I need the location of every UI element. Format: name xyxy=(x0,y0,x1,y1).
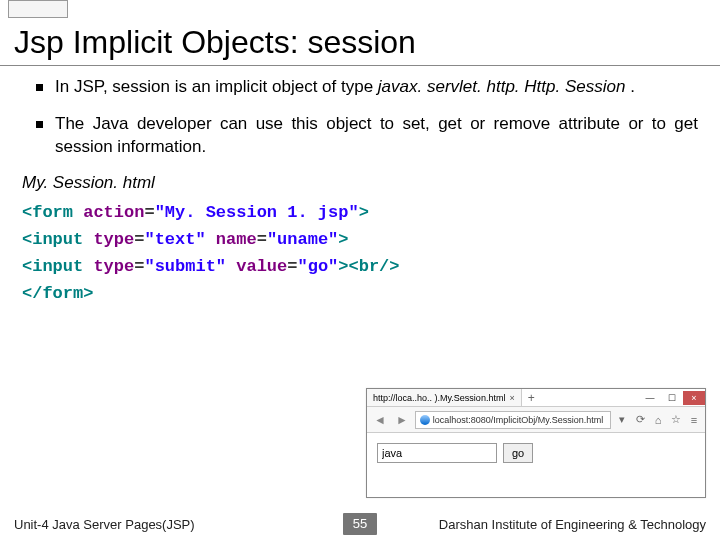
bullet-2: The Java developer can use this object t… xyxy=(36,113,698,159)
slide-title: Jsp Implicit Objects: session xyxy=(0,18,720,66)
browser-tab[interactable]: http://loca..ho.. ).My.Session.html × xyxy=(367,389,522,406)
reload-icon[interactable]: ⟳ xyxy=(633,413,647,426)
bullet-2-text: The Java developer can use this object t… xyxy=(55,113,698,159)
browser-page: go xyxy=(367,433,705,473)
dropdown-icon[interactable]: ▾ xyxy=(615,413,629,426)
menu-icon[interactable]: ≡ xyxy=(687,414,701,426)
code-line-2: <input type="text" name="uname"> xyxy=(22,226,720,253)
bullet-1-post: . xyxy=(625,77,634,96)
globe-icon xyxy=(420,415,430,425)
footer-right: Darshan Institute of Engineering & Techn… xyxy=(439,517,720,532)
browser-toolbar: ◄ ► localhost:8080/ImplicitObj/My.Sessio… xyxy=(367,407,705,433)
filename-label: My. Session. html xyxy=(0,173,720,193)
browser-titlebar: http://loca..ho.. ).My.Session.html × + … xyxy=(367,389,705,407)
bullet-square-icon xyxy=(36,121,43,128)
slide-tab xyxy=(8,0,68,18)
page-number: 55 xyxy=(343,513,377,535)
tab-close-icon[interactable]: × xyxy=(509,393,514,403)
uname-input[interactable] xyxy=(377,443,497,463)
footer: Unit-4 Java Server Pages(JSP) 55 Darshan… xyxy=(0,508,720,540)
new-tab-icon[interactable]: + xyxy=(522,391,541,405)
window-buttons: — ☐ × xyxy=(639,391,705,405)
bullet-1-code: javax. servlet. http. Http. Session xyxy=(378,77,626,96)
url-bar[interactable]: localhost:8080/ImplicitObj/My.Session.ht… xyxy=(415,411,611,429)
bullet-square-icon xyxy=(36,84,43,91)
minimize-icon[interactable]: — xyxy=(639,391,661,405)
bullet-1-text: In JSP, session is an implicit object of… xyxy=(55,76,698,99)
close-icon[interactable]: × xyxy=(683,391,705,405)
browser-window: http://loca..ho.. ).My.Session.html × + … xyxy=(366,388,706,498)
bookmark-icon[interactable]: ☆ xyxy=(669,413,683,426)
back-icon[interactable]: ◄ xyxy=(371,413,389,427)
code-block: <form action="My. Session 1. jsp"> <inpu… xyxy=(0,199,720,308)
url-text: localhost:8080/ImplicitObj/My.Session.ht… xyxy=(433,415,603,425)
maximize-icon[interactable]: ☐ xyxy=(661,391,683,405)
go-button[interactable]: go xyxy=(503,443,533,463)
code-line-3: <input type="submit" value="go"><br/> xyxy=(22,253,720,280)
tab-title: http://loca..ho.. ).My.Session.html xyxy=(373,393,505,403)
bullet-1: In JSP, session is an implicit object of… xyxy=(36,76,698,99)
home-icon[interactable]: ⌂ xyxy=(651,414,665,426)
forward-icon[interactable]: ► xyxy=(393,413,411,427)
code-line-1: <form action="My. Session 1. jsp"> xyxy=(22,199,720,226)
content-area: In JSP, session is an implicit object of… xyxy=(0,66,720,159)
footer-left: Unit-4 Java Server Pages(JSP) xyxy=(0,517,195,532)
bullet-1-pre: In JSP, session is an implicit object of… xyxy=(55,77,378,96)
code-line-4: </form> xyxy=(22,280,720,307)
